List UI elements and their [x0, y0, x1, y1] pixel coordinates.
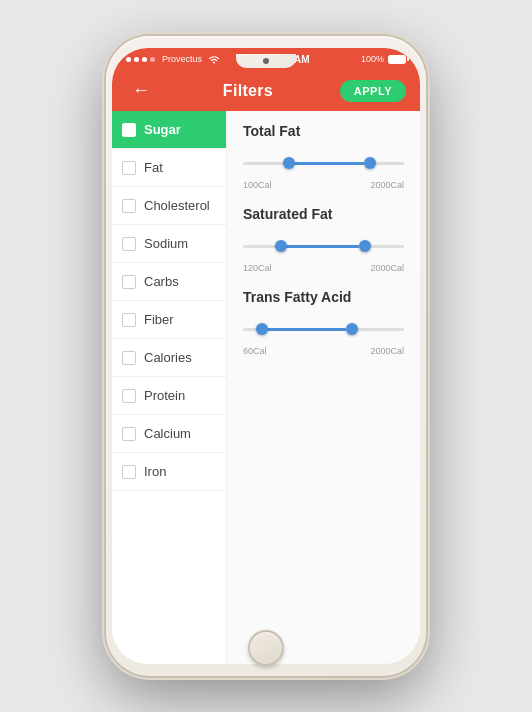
checkbox-fiber[interactable] [122, 313, 136, 327]
phone-frame: Provectus 9:41 AM 100% ← Filters APPLY [106, 36, 426, 676]
carrier-label: Provectus [162, 54, 202, 64]
saturated-fat-labels: 120Cal 2000Cal [243, 263, 404, 273]
saturated-fat-fill [275, 245, 359, 248]
filter-right-panel: Total Fat 100Cal 2000Cal [227, 111, 420, 664]
filter-sidebar: Sugar Fat Cholesterol Sodium Carbs [112, 111, 227, 664]
nav-title: Filters [223, 82, 273, 100]
battery-fill [389, 56, 405, 63]
filter-saturated-fat: Saturated Fat 120Cal 2000Cal [243, 206, 404, 273]
sidebar-label-calcium: Calcium [144, 426, 191, 441]
checkbox-fat[interactable] [122, 161, 136, 175]
total-fat-slider[interactable] [243, 149, 404, 177]
status-left: Provectus [126, 54, 220, 64]
sidebar-label-sugar: Sugar [144, 122, 181, 137]
trans-fatty-acid-slider[interactable] [243, 315, 404, 343]
sidebar-item-carbs[interactable]: Carbs [112, 263, 226, 301]
trans-fatty-acid-title: Trans Fatty Acid [243, 289, 404, 305]
status-right: 100% [361, 54, 406, 64]
sidebar-item-fiber[interactable]: Fiber [112, 301, 226, 339]
sidebar-label-cholesterol: Cholesterol [144, 198, 210, 213]
back-button[interactable]: ← [126, 78, 156, 103]
signal-dot-2 [134, 57, 139, 62]
sidebar-label-carbs: Carbs [144, 274, 179, 289]
sidebar-label-fat: Fat [144, 160, 163, 175]
sidebar-label-sodium: Sodium [144, 236, 188, 251]
saturated-fat-thumb-right[interactable] [359, 240, 371, 252]
checkbox-sodium[interactable] [122, 237, 136, 251]
wifi-icon [208, 55, 220, 64]
total-fat-thumb-right[interactable] [364, 157, 376, 169]
sidebar-label-fiber: Fiber [144, 312, 174, 327]
battery-icon [388, 55, 406, 64]
signal-dot-3 [142, 57, 147, 62]
sidebar-item-fat[interactable]: Fat [112, 149, 226, 187]
content-area: Sugar Fat Cholesterol Sodium Carbs [112, 111, 420, 664]
sidebar-label-calories: Calories [144, 350, 192, 365]
total-fat-track [243, 162, 404, 165]
sidebar-label-protein: Protein [144, 388, 185, 403]
screen: Provectus 9:41 AM 100% ← Filters APPLY [112, 48, 420, 664]
home-button[interactable] [248, 630, 284, 666]
trans-fatty-acid-track [243, 328, 404, 331]
sidebar-item-sugar[interactable]: Sugar [112, 111, 226, 149]
sidebar-item-iron[interactable]: Iron [112, 453, 226, 491]
saturated-fat-track [243, 245, 404, 248]
trans-fatty-acid-max-label: 2000Cal [370, 346, 404, 356]
saturated-fat-min-label: 120Cal [243, 263, 272, 273]
filter-total-fat: Total Fat 100Cal 2000Cal [243, 123, 404, 190]
filter-trans-fatty-acid: Trans Fatty Acid 60Cal 2000Cal [243, 289, 404, 356]
checkbox-iron[interactable] [122, 465, 136, 479]
checkbox-calcium[interactable] [122, 427, 136, 441]
checkbox-sugar[interactable] [122, 123, 136, 137]
total-fat-labels: 100Cal 2000Cal [243, 180, 404, 190]
checkbox-protein[interactable] [122, 389, 136, 403]
signal-dot-1 [126, 57, 131, 62]
sidebar-item-calcium[interactable]: Calcium [112, 415, 226, 453]
trans-fatty-acid-fill [256, 328, 346, 331]
camera-dot [263, 58, 269, 64]
trans-fatty-acid-thumb-right[interactable] [346, 323, 358, 335]
phone-notch [236, 54, 296, 68]
total-fat-title: Total Fat [243, 123, 404, 139]
checkbox-cholesterol[interactable] [122, 199, 136, 213]
battery-percent: 100% [361, 54, 384, 64]
saturated-fat-max-label: 2000Cal [370, 263, 404, 273]
signal-dot-4 [150, 57, 155, 62]
apply-button[interactable]: APPLY [340, 80, 406, 102]
total-fat-min-label: 100Cal [243, 180, 272, 190]
total-fat-fill [283, 162, 364, 165]
sidebar-item-protein[interactable]: Protein [112, 377, 226, 415]
sidebar-item-cholesterol[interactable]: Cholesterol [112, 187, 226, 225]
checkbox-calories[interactable] [122, 351, 136, 365]
total-fat-thumb-left[interactable] [283, 157, 295, 169]
top-nav: ← Filters APPLY [112, 70, 420, 111]
saturated-fat-slider[interactable] [243, 232, 404, 260]
trans-fatty-acid-thumb-left[interactable] [256, 323, 268, 335]
saturated-fat-title: Saturated Fat [243, 206, 404, 222]
trans-fatty-acid-labels: 60Cal 2000Cal [243, 346, 404, 356]
sidebar-item-sodium[interactable]: Sodium [112, 225, 226, 263]
checkbox-carbs[interactable] [122, 275, 136, 289]
trans-fatty-acid-min-label: 60Cal [243, 346, 267, 356]
total-fat-max-label: 2000Cal [370, 180, 404, 190]
sidebar-label-iron: Iron [144, 464, 166, 479]
saturated-fat-thumb-left[interactable] [275, 240, 287, 252]
sidebar-item-calories[interactable]: Calories [112, 339, 226, 377]
